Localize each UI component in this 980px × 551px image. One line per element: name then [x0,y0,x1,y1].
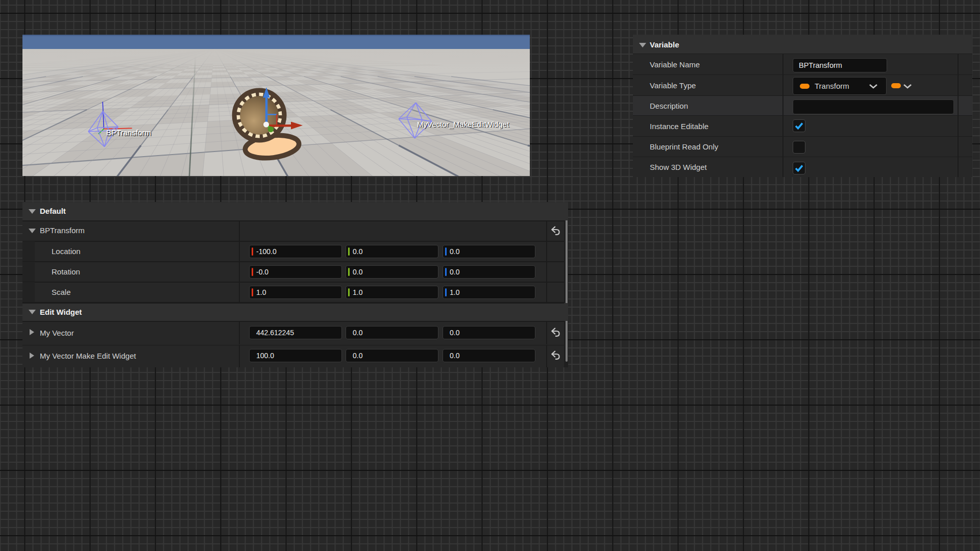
svg-text:MyVector_MakeEditWidget: MyVector_MakeEditWidget [417,120,509,129]
svg-text:BPTransform: BPTransform [106,128,151,137]
